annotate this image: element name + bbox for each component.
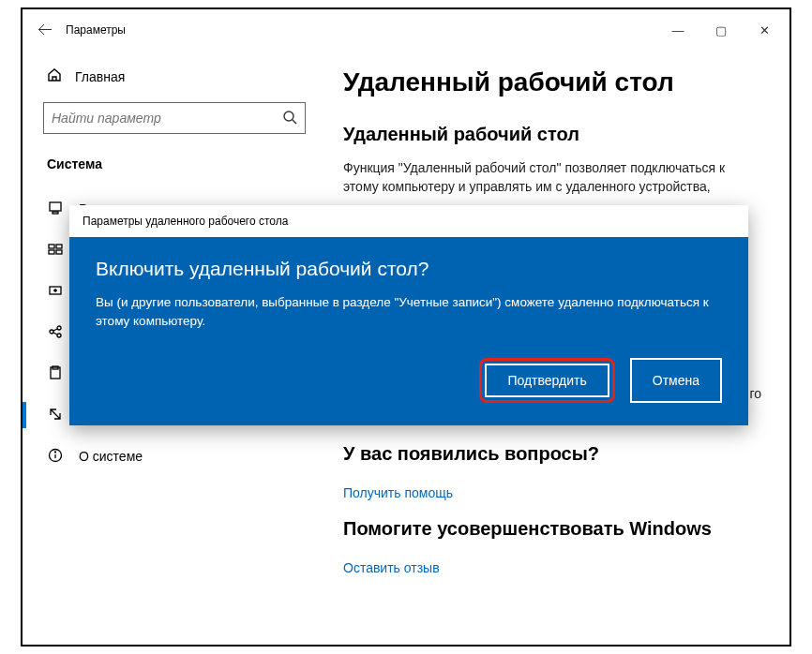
help-link[interactable]: Получить помощь [343,485,453,500]
svg-rect-4 [49,245,54,248]
svg-rect-6 [49,250,54,254]
close-button[interactable]: ✕ [743,16,786,44]
svg-point-0 [284,111,293,121]
confirmation-dialog: Параметры удаленного рабочего стола Вклю… [69,205,748,425]
svg-point-10 [57,326,61,330]
svg-line-13 [53,333,57,334]
nav-item-about[interactable]: О системе [23,436,311,477]
category-header: Система [47,156,311,171]
back-button[interactable]: 🡠 [26,22,64,38]
svg-point-18 [55,452,56,453]
svg-rect-2 [50,202,61,211]
dialog-actions: Подтвердить Отмена [96,358,722,403]
share-icon [47,324,64,342]
cancel-button[interactable]: Отмена [630,358,722,403]
svg-rect-5 [56,245,62,248]
dialog-text: Вы (и другие пользователи, выбранные в р… [96,293,722,330]
home-label: Главная [75,69,125,84]
nav-label: О системе [79,449,143,464]
window-title: Параметры [66,23,126,37]
confirm-button[interactable]: Подтвердить [485,364,609,397]
multitask-icon [47,242,64,260]
titlebar: 🡠 Параметры — ▢ ✕ [23,9,789,51]
improve-title: Помогите усовершенствовать Windows [343,518,761,540]
home-icon [47,67,62,85]
info-icon [47,448,64,466]
caption-buttons: — ▢ ✕ [656,16,786,44]
minimize-button[interactable]: — [656,16,699,44]
feedback-link[interactable]: Оставить отзыв [343,560,440,575]
search-box[interactable] [43,102,306,134]
dialog-heading: Включить удаленный рабочий стол? [96,258,722,280]
svg-point-11 [57,334,61,337]
confirm-highlight: Подтвердить [479,358,614,403]
home-row[interactable]: Главная [47,67,311,85]
remote-icon [47,407,64,424]
dialog-body: Включить удаленный рабочий стол? Вы (и д… [69,237,748,425]
project-icon [47,283,64,301]
svg-rect-3 [53,212,58,214]
search-icon [282,110,297,127]
section-body: Функция "Удаленный рабочий стол" позволя… [343,158,761,197]
search-input[interactable] [52,111,282,126]
maximize-button[interactable]: ▢ [699,16,743,44]
svg-line-1 [293,120,296,124]
svg-point-9 [50,330,53,334]
dialog-title: Параметры удаленного рабочего стола [69,205,748,237]
page-title: Удаленный рабочий стол [343,67,761,97]
clipboard-icon [47,365,64,383]
resize-icon [47,201,64,218]
questions-title: У вас появились вопросы? [343,443,761,465]
svg-rect-7 [56,250,62,254]
svg-line-12 [53,329,57,331]
section-title: Удаленный рабочий стол [343,124,761,145]
